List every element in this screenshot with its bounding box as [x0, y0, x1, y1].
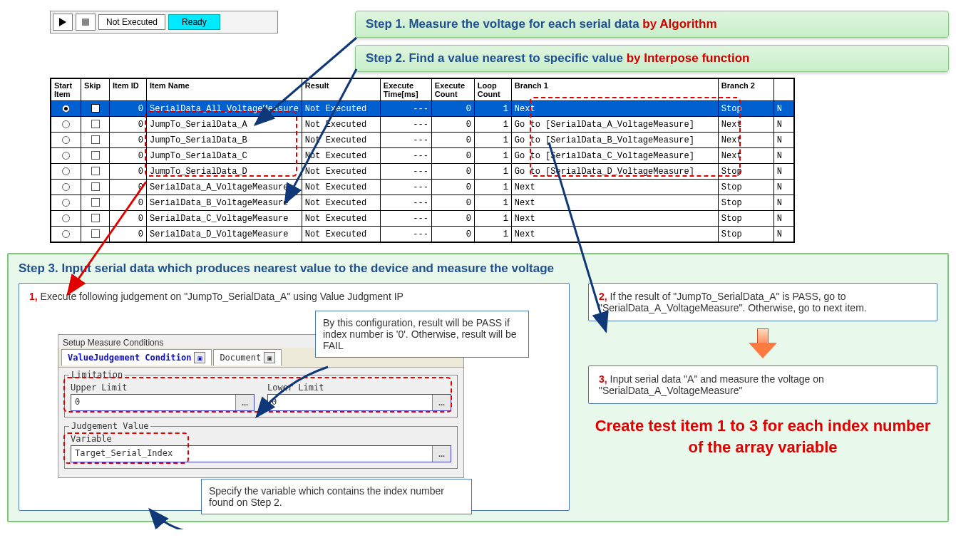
cell-result: Not Executed	[302, 195, 380, 211]
skip-checkbox[interactable]	[91, 182, 100, 191]
cell-extra: N	[773, 133, 793, 148]
cell-loop-count: 1	[474, 148, 511, 164]
variable-browse[interactable]: ...	[432, 446, 451, 462]
table-row[interactable]: 0SerialData_D_VoltageMeasureNot Executed…	[51, 227, 794, 242]
col-result[interactable]: Result	[302, 79, 380, 101]
cell-branch1: Go to [SerialData_B_VoltageMeasure]	[511, 133, 718, 148]
skip-checkbox[interactable]	[91, 104, 100, 113]
cell-item-name: JumpTo_SerialData_C	[147, 148, 302, 164]
down-arrow-icon	[749, 328, 777, 358]
cell-branch1: Next	[511, 227, 718, 242]
cell-exec-time: ---	[380, 117, 431, 133]
cell-branch2: Stop	[718, 101, 773, 117]
cell-branch1: Next	[511, 195, 718, 211]
table-row[interactable]: 0SerialData_B_VoltageMeasureNot Executed…	[51, 195, 794, 211]
variable-input[interactable]: Target_Serial_Index ...	[71, 445, 451, 462]
cell-result: Not Executed	[302, 117, 380, 133]
cell-result: Not Executed	[302, 164, 380, 180]
start-radio[interactable]	[62, 120, 70, 128]
table-row[interactable]: 0SerialData_A_VoltageMeasureNot Executed…	[51, 180, 794, 195]
skip-checkbox[interactable]	[91, 229, 100, 238]
cell-extra: N	[773, 117, 793, 133]
cell-exec-time: ---	[380, 227, 431, 242]
note-3: 3, Input serial data "A" and measure the…	[588, 365, 937, 404]
start-radio[interactable]	[62, 183, 70, 191]
step2-highlight: by Interpose function	[627, 51, 750, 65]
start-radio[interactable]	[62, 136, 70, 144]
cell-extra: N	[773, 195, 793, 211]
cell-extra: N	[773, 211, 793, 227]
step2-text: Step 2. Find a value nearest to specific…	[366, 51, 627, 65]
col-branch2[interactable]: Branch 2	[718, 79, 773, 101]
play-button[interactable]	[53, 14, 73, 31]
start-radio[interactable]	[62, 214, 70, 222]
col-skip[interactable]: Skip	[81, 79, 110, 101]
upper-limit-browse[interactable]: ...	[235, 395, 254, 410]
table-row[interactable]: 0JumpTo_SerialData_CNot Executed---01Go …	[51, 148, 794, 164]
step1-text: Step 1. Measure the voltage for each ser…	[366, 17, 642, 31]
table-row[interactable]: 0SerialData_C_VoltageMeasureNot Executed…	[51, 211, 794, 227]
start-radio[interactable]	[62, 199, 70, 207]
note-2: 2, If the result of "JumpTo_SerialData_A…	[588, 283, 937, 321]
col-exec_count[interactable]: Execute Count	[431, 79, 474, 101]
cell-item-name: SerialData_All_VoltageMeasure	[147, 101, 302, 117]
col-item_id[interactable]: Item ID	[110, 79, 147, 101]
col-loop_count[interactable]: Loop Count	[474, 79, 511, 101]
table-row[interactable]: 0SerialData_All_VoltageMeasureNot Execut…	[51, 101, 794, 117]
col-branch1[interactable]: Branch 1	[511, 79, 718, 101]
cell-branch2: Stop	[718, 211, 773, 227]
cell-item-id: 0	[110, 227, 147, 242]
note-1: 1, Execute following judgement on "JumpT…	[19, 283, 570, 511]
cell-loop-count: 1	[474, 164, 511, 180]
start-radio[interactable]	[62, 152, 70, 160]
cell-branch2: Stop	[718, 195, 773, 211]
cell-exec-count: 0	[431, 133, 474, 148]
start-radio[interactable]	[62, 230, 70, 238]
skip-checkbox[interactable]	[91, 214, 100, 222]
col-exec_time[interactable]: Execute Time[ms]	[380, 79, 431, 101]
cell-exec-time: ---	[380, 211, 431, 227]
cell-item-id: 0	[110, 195, 147, 211]
skip-checkbox[interactable]	[91, 120, 100, 128]
cell-result: Not Executed	[302, 101, 380, 117]
note1-text: Execute following judgement on "JumpTo_S…	[38, 291, 404, 302]
step2-callout: Step 2. Find a value nearest to specific…	[355, 45, 949, 72]
stop-button[interactable]	[76, 14, 96, 31]
cell-item-id: 0	[110, 101, 147, 117]
cell-exec-count: 0	[431, 164, 474, 180]
tab-document[interactable]: Document ▣	[213, 349, 282, 365]
table-row[interactable]: 0JumpTo_SerialData_DNot Executed---01Go …	[51, 164, 794, 180]
cell-exec-time: ---	[380, 180, 431, 195]
start-radio[interactable]	[62, 105, 70, 113]
cell-branch2: Stop	[718, 227, 773, 242]
skip-checkbox[interactable]	[91, 198, 100, 207]
tab-expand-icon-2[interactable]: ▣	[264, 352, 275, 363]
tab-value-judgement[interactable]: ValueJudgement Condition ▣	[61, 349, 212, 365]
cell-branch1: Next	[511, 180, 718, 195]
variable-value: Target_Serial_Index	[71, 446, 432, 462]
judgement-value-fieldset: Judgement Value Variable Target_Serial_I…	[64, 426, 458, 469]
create-test-items-note: Create test item 1 to 3 for each index n…	[588, 411, 937, 462]
col-start[interactable]: Start Item	[51, 79, 81, 101]
step1-highlight: by Algorithm	[642, 17, 716, 31]
lower-limit-input[interactable]: 0 ...	[267, 394, 451, 411]
cell-extra: N	[773, 101, 793, 117]
skip-checkbox[interactable]	[91, 151, 100, 160]
cell-item-name: SerialData_B_VoltageMeasure	[147, 195, 302, 211]
table-row[interactable]: 0JumpTo_SerialData_ANot Executed---01Go …	[51, 117, 794, 133]
col-item_name[interactable]: Item Name	[147, 79, 302, 101]
cell-branch1: Go to [SerialData_C_VoltageMeasure]	[511, 148, 718, 164]
table-row[interactable]: 0JumpTo_SerialData_BNot Executed---01Go …	[51, 133, 794, 148]
skip-checkbox[interactable]	[91, 167, 100, 175]
cell-item-name: JumpTo_SerialData_A	[147, 117, 302, 133]
cell-loop-count: 1	[474, 133, 511, 148]
lower-limit-browse[interactable]: ...	[432, 395, 451, 410]
start-radio[interactable]	[62, 167, 70, 175]
test-items-grid[interactable]: Start ItemSkipItem IDItem NameResultExec…	[50, 78, 795, 243]
cell-item-id: 0	[110, 133, 147, 148]
upper-limit-input[interactable]: 0 ...	[71, 394, 255, 411]
cell-loop-count: 1	[474, 211, 511, 227]
skip-checkbox[interactable]	[91, 135, 100, 144]
tab-expand-icon[interactable]: ▣	[194, 352, 205, 363]
playback-controls: Not Executed Ready	[50, 11, 278, 33]
